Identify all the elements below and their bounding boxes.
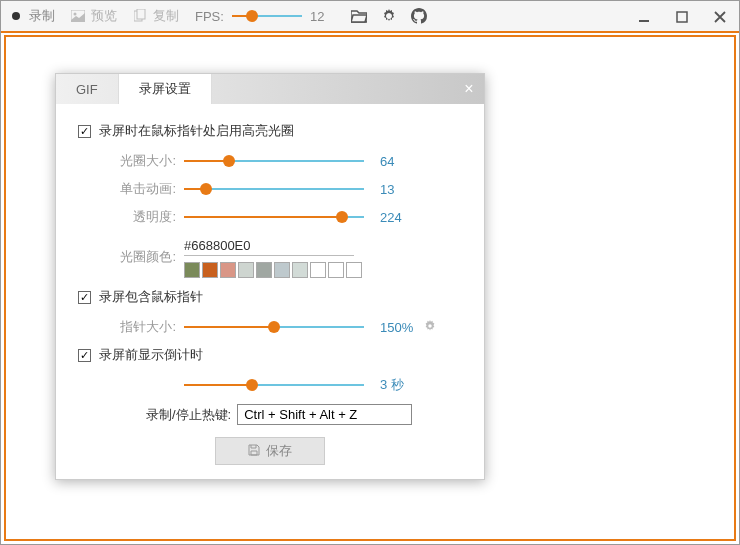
save-button[interactable]: 保存: [215, 437, 325, 465]
svg-point-5: [387, 14, 391, 18]
ring-size-slider[interactable]: [184, 154, 364, 168]
fps-control: FPS: 12: [195, 9, 324, 24]
click-anim-label: 单击动画:: [106, 180, 176, 198]
countdown-label: 录屏前显示倒计时: [99, 346, 203, 364]
highlight-checkbox[interactable]: [78, 125, 91, 138]
color-swatch[interactable]: [274, 262, 290, 278]
cursor-size-label: 指针大小:: [106, 318, 176, 336]
settings-icon[interactable]: [380, 7, 398, 25]
cursor-size-value: 150%: [380, 320, 413, 335]
svg-point-2: [74, 13, 77, 16]
cursor-label: 录屏包含鼠标指针: [99, 288, 203, 306]
fps-slider[interactable]: [232, 9, 302, 23]
copy-icon: [133, 9, 147, 23]
color-input[interactable]: [184, 236, 354, 256]
save-label: 保存: [266, 442, 292, 460]
ring-size-value: 64: [380, 154, 394, 169]
maximize-button[interactable]: [663, 1, 701, 33]
record-label: 录制: [29, 7, 55, 25]
svg-rect-4: [137, 9, 145, 19]
opacity-value: 224: [380, 210, 402, 225]
minimize-button[interactable]: [625, 1, 663, 33]
color-swatch[interactable]: [310, 262, 326, 278]
color-swatch[interactable]: [184, 262, 200, 278]
ring-size-label: 光圈大小:: [106, 152, 176, 170]
svg-point-8: [429, 324, 433, 328]
color-label: 光圈颜色:: [106, 248, 176, 266]
color-swatch[interactable]: [238, 262, 254, 278]
dialog-header: GIF 录屏设置 ×: [56, 74, 484, 104]
color-swatch[interactable]: [328, 262, 344, 278]
save-icon: [248, 444, 260, 459]
opacity-label: 透明度:: [106, 208, 176, 226]
svg-point-0: [12, 12, 20, 20]
fps-label: FPS:: [195, 9, 224, 24]
copy-label: 复制: [153, 7, 179, 25]
color-swatch[interactable]: [346, 262, 362, 278]
open-folder-icon[interactable]: [350, 7, 368, 25]
hotkey-label: 录制/停止热键:: [146, 406, 231, 424]
close-button[interactable]: [701, 1, 739, 33]
tab-gif[interactable]: GIF: [56, 74, 119, 104]
opacity-slider[interactable]: [184, 210, 364, 224]
color-swatch[interactable]: [256, 262, 272, 278]
color-swatch[interactable]: [202, 262, 218, 278]
settings-dialog: GIF 录屏设置 × 录屏时在鼠标指针处启用高亮光圈 光圈大小: 64 单击动画…: [55, 73, 485, 480]
cursor-size-slider[interactable]: [184, 320, 364, 334]
hotkey-input[interactable]: [237, 404, 412, 425]
click-anim-slider[interactable]: [184, 182, 364, 196]
titlebar: 录制 预览 复制 FPS: 12: [1, 1, 739, 33]
github-icon[interactable]: [410, 7, 428, 25]
countdown-value: 3 秒: [380, 376, 404, 394]
preview-button[interactable]: 预览: [71, 7, 117, 25]
cursor-settings-icon[interactable]: [423, 319, 437, 336]
cursor-checkbox[interactable]: [78, 291, 91, 304]
countdown-checkbox[interactable]: [78, 349, 91, 362]
record-button[interactable]: 录制: [9, 7, 55, 25]
color-swatch[interactable]: [220, 262, 236, 278]
copy-button[interactable]: 复制: [133, 7, 179, 25]
color-swatches: [184, 262, 364, 278]
countdown-slider[interactable]: [184, 378, 364, 392]
fps-value: 12: [310, 9, 324, 24]
svg-rect-6: [639, 20, 649, 22]
highlight-label: 录屏时在鼠标指针处启用高亮光圈: [99, 122, 294, 140]
svg-rect-7: [677, 12, 687, 22]
dialog-close-button[interactable]: ×: [454, 74, 484, 104]
image-icon: [71, 9, 85, 23]
record-icon: [9, 9, 23, 23]
color-swatch[interactable]: [292, 262, 308, 278]
tab-settings[interactable]: 录屏设置: [119, 74, 212, 104]
preview-label: 预览: [91, 7, 117, 25]
click-anim-value: 13: [380, 182, 394, 197]
